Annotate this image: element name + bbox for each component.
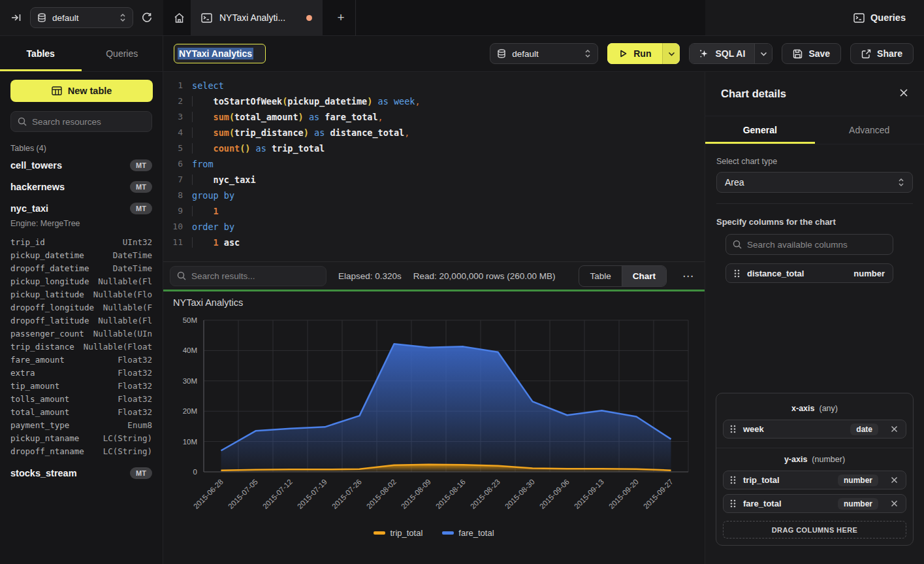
main-panel: 1select2 toStartOfWeek(pickup_datetime) …	[163, 72, 705, 564]
column-name: pickup_ntaname	[10, 432, 79, 445]
home-button[interactable]	[172, 10, 187, 25]
column-row[interactable]: payment_type Enum8	[10, 419, 152, 432]
line-number: 10	[163, 219, 183, 235]
collapse-sidebar-button[interactable]	[9, 10, 24, 25]
x-axis-items: week date	[723, 420, 906, 439]
sidebar-search[interactable]	[10, 111, 152, 132]
x-axis-label: x-axis	[791, 404, 814, 413]
query-tab[interactable]: NYTaxi Analyti...	[191, 0, 323, 36]
column-row[interactable]: trip_distance Nullable(Float	[10, 340, 152, 354]
table-row-stocks-stream[interactable]: stocks_stream MT	[0, 462, 163, 484]
engine-badge: MT	[130, 467, 152, 479]
column-type: Float32	[118, 380, 152, 393]
svg-text:40M: 40M	[183, 346, 197, 354]
refresh-button[interactable]	[140, 10, 154, 25]
columns-search[interactable]	[725, 234, 893, 255]
column-row[interactable]: dropoff_longitude Nullable(F	[10, 301, 152, 314]
column-row[interactable]: tip_amount Float32	[10, 380, 152, 393]
view-toggle: Table Chart	[579, 265, 667, 287]
nyc-taxi-columns: trip_id UInt32 pickup_datetime DateTime …	[0, 233, 163, 458]
close-panel-button[interactable]	[899, 88, 908, 100]
legend-swatch	[374, 531, 385, 535]
search-icon	[177, 271, 186, 280]
column-row[interactable]: pickup_ntaname LC(String)	[10, 432, 152, 445]
database-icon	[497, 49, 506, 59]
y-axis-column-item[interactable]: trip_total number	[723, 471, 906, 489]
chart-type-select[interactable]: Area	[716, 172, 913, 193]
column-name: tip_amount	[10, 380, 59, 393]
column-row[interactable]: tolls_amount Float32	[10, 393, 152, 406]
svg-text:10M: 10M	[183, 438, 197, 446]
view-toggle-table[interactable]: Table	[579, 266, 621, 286]
query-title-input[interactable]: NYTaxi Analytics	[174, 44, 266, 63]
column-row[interactable]: dropoff_latitude Nullable(Fl	[10, 314, 152, 327]
results-search[interactable]	[170, 266, 327, 286]
y-axis-column-item[interactable]: fare_total number	[723, 494, 906, 513]
database-selector-value: default	[52, 13, 79, 23]
y-axis-items: trip_total number	[723, 471, 906, 513]
chevron-up-down-icon	[119, 13, 126, 22]
run-button[interactable]: Run	[607, 43, 680, 64]
columns-search-input[interactable]	[747, 240, 886, 250]
table-row-nyc-taxi[interactable]: nyc_taxi MT	[0, 197, 163, 219]
column-row[interactable]: trip_id UInt32	[10, 236, 152, 249]
new-tab-button[interactable]: +	[332, 10, 350, 25]
view-toggle-chart[interactable]: Chart	[622, 266, 666, 286]
legend-item[interactable]: fare_total	[442, 528, 494, 538]
column-item-type: number	[853, 269, 885, 278]
results-search-input[interactable]	[191, 271, 319, 281]
editor-line: 1select	[163, 78, 705, 93]
sql-ai-button[interactable]: SQL AI	[689, 43, 773, 64]
column-type: Nullable(Flo	[93, 288, 152, 301]
legend-item[interactable]: trip_total	[374, 528, 422, 538]
results-chart[interactable]: 010M20M30M40M50M2015-06-282015-07-052015…	[163, 291, 705, 564]
sql-ai-caret[interactable]	[754, 44, 772, 63]
more-options-button[interactable]: ⋯	[678, 269, 698, 283]
run-button-label: Run	[633, 48, 651, 59]
column-row[interactable]: passenger_count Nullable(UIn	[10, 327, 152, 340]
editor-line: 11 1 asc	[163, 235, 705, 250]
run-options-caret[interactable]	[662, 43, 680, 64]
sidebar-tab-queries[interactable]: Queries	[82, 36, 163, 71]
engine-badge: MT	[130, 203, 152, 214]
column-row[interactable]: pickup_longitude Nullable(Fl	[10, 275, 152, 288]
sql-editor[interactable]: 1select2 toStartOfWeek(pickup_datetime) …	[163, 72, 705, 261]
table-row-cell-towers[interactable]: cell_towers MT	[0, 154, 163, 176]
database-selector[interactable]: default	[30, 7, 133, 28]
remove-column-button[interactable]	[889, 500, 899, 507]
details-title: Chart details	[721, 88, 786, 100]
svg-text:2015-09-20: 2015-09-20	[607, 478, 640, 510]
column-row[interactable]: fare_amount Float32	[10, 354, 152, 367]
sidebar-tab-tables[interactable]: Tables	[0, 36, 82, 71]
available-column-item[interactable]: distance_total number	[725, 263, 893, 283]
queries-button[interactable]: Queries	[853, 12, 906, 23]
share-button[interactable]: Share	[850, 43, 914, 64]
remove-column-button[interactable]	[889, 425, 899, 433]
sidebar-search-input[interactable]	[32, 117, 145, 127]
line-code: order by	[192, 219, 234, 235]
new-table-button[interactable]: New table	[10, 80, 153, 102]
toolbar-database-selector[interactable]: default	[490, 43, 598, 64]
column-row[interactable]: dropoff_ntaname LC(String)	[10, 445, 152, 458]
table-row-hackernews[interactable]: hackernews MT	[0, 176, 163, 197]
tab-general[interactable]: General	[705, 116, 815, 144]
column-row[interactable]: pickup_latitude Nullable(Flo	[10, 288, 152, 301]
remove-column-button[interactable]	[889, 476, 899, 484]
column-row[interactable]: extra Float32	[10, 367, 152, 380]
tab-advanced[interactable]: Advanced	[815, 116, 924, 144]
editor-line: 4 sum(trip_distance) as distance_total,	[163, 125, 705, 141]
column-row[interactable]: dropoff_datetime DateTime	[10, 262, 152, 275]
x-axis-column-item[interactable]: week date	[723, 420, 906, 439]
tab-strip: NYTaxi Analyti... +	[163, 0, 705, 35]
content-row: New table Tables (4) cell_towers MT hack…	[0, 72, 924, 564]
save-button[interactable]: Save	[782, 43, 841, 64]
table-name: stocks_stream	[10, 468, 77, 478]
column-row[interactable]: total_amount Float32	[10, 406, 152, 419]
details-header: Chart details	[705, 72, 924, 116]
sql-ai-main: SQL AI	[690, 44, 754, 63]
drag-columns-drop-zone[interactable]: DRAG COLUMNS HERE	[723, 521, 906, 539]
column-name: extra	[10, 367, 35, 380]
column-row[interactable]: pickup_datetime DateTime	[10, 249, 152, 262]
query-title-value: NYTaxi Analytics	[178, 48, 253, 59]
line-code: from	[192, 156, 214, 172]
